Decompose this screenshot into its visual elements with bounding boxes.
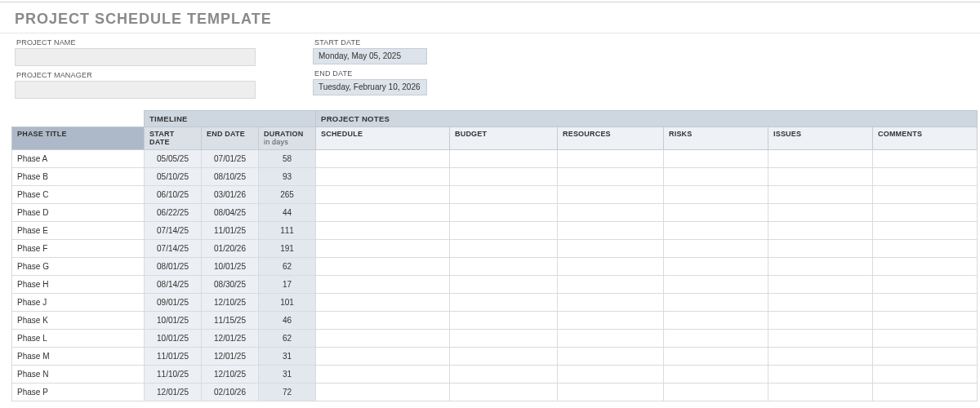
table-row[interactable]: Phase L10/01/2512/01/2562 (12, 330, 978, 348)
table-row[interactable]: Phase P12/01/2502/10/2672 (12, 384, 978, 401)
cell-risks[interactable] (664, 240, 768, 258)
cell-risks[interactable] (664, 204, 768, 222)
cell-start[interactable]: 07/14/25 (145, 240, 202, 258)
cell-resources[interactable] (558, 312, 664, 330)
cell-budget[interactable] (450, 294, 558, 312)
cell-schedule[interactable] (316, 150, 450, 168)
cell-start[interactable]: 08/14/25 (145, 276, 202, 294)
project-manager-input[interactable] (15, 81, 256, 99)
cell-comments[interactable] (873, 258, 978, 276)
cell-end[interactable]: 11/01/25 (202, 222, 259, 240)
cell-duration[interactable]: 111 (259, 222, 316, 240)
cell-duration[interactable]: 191 (259, 240, 316, 258)
cell-budget[interactable] (450, 366, 558, 384)
cell-duration[interactable]: 93 (259, 168, 316, 186)
cell-risks[interactable] (664, 312, 768, 330)
cell-phase[interactable]: Phase C (12, 186, 145, 204)
cell-phase[interactable]: Phase N (12, 366, 145, 384)
cell-phase[interactable]: Phase L (12, 330, 145, 348)
cell-budget[interactable] (450, 258, 558, 276)
table-row[interactable]: Phase J09/01/2512/10/25101 (12, 294, 978, 312)
cell-risks[interactable] (664, 258, 768, 276)
table-row[interactable]: Phase K10/01/2511/15/2546 (12, 312, 978, 330)
cell-resources[interactable] (558, 258, 664, 276)
cell-schedule[interactable] (316, 168, 450, 186)
cell-issues[interactable] (768, 204, 873, 222)
project-name-input[interactable] (15, 48, 256, 66)
cell-comments[interactable] (873, 150, 978, 168)
table-row[interactable]: Phase H08/14/2508/30/2517 (12, 276, 978, 294)
cell-budget[interactable] (450, 240, 558, 258)
cell-start[interactable]: 10/01/25 (145, 330, 202, 348)
cell-phase[interactable]: Phase M (12, 348, 145, 366)
cell-budget[interactable] (450, 330, 558, 348)
cell-budget[interactable] (450, 222, 558, 240)
cell-resources[interactable] (558, 150, 664, 168)
cell-schedule[interactable] (316, 258, 450, 276)
cell-resources[interactable] (558, 186, 664, 204)
cell-end[interactable]: 02/10/26 (202, 384, 259, 401)
cell-risks[interactable] (664, 384, 768, 401)
cell-budget[interactable] (450, 204, 558, 222)
cell-start[interactable]: 10/01/25 (145, 312, 202, 330)
cell-issues[interactable] (768, 294, 873, 312)
cell-phase[interactable]: Phase J (12, 294, 145, 312)
cell-issues[interactable] (768, 168, 873, 186)
cell-resources[interactable] (558, 240, 664, 258)
cell-comments[interactable] (873, 366, 978, 384)
cell-duration[interactable]: 72 (259, 384, 316, 401)
cell-duration[interactable]: 62 (259, 330, 316, 348)
cell-budget[interactable] (450, 168, 558, 186)
end-date-value[interactable]: Tuesday, February 10, 2026 (313, 79, 427, 95)
cell-duration[interactable]: 44 (259, 204, 316, 222)
cell-duration[interactable]: 62 (259, 258, 316, 276)
start-date-value[interactable]: Monday, May 05, 2025 (313, 48, 427, 64)
cell-budget[interactable] (450, 312, 558, 330)
cell-phase[interactable]: Phase K (12, 312, 145, 330)
cell-comments[interactable] (873, 294, 978, 312)
cell-end[interactable]: 07/01/25 (202, 150, 259, 168)
cell-issues[interactable] (768, 186, 873, 204)
cell-duration[interactable]: 265 (259, 186, 316, 204)
table-row[interactable]: Phase B05/10/2508/10/2593 (12, 168, 978, 186)
table-row[interactable]: Phase A05/05/2507/01/2558 (12, 150, 978, 168)
cell-start[interactable]: 11/01/25 (145, 348, 202, 366)
cell-end[interactable]: 12/10/25 (202, 366, 259, 384)
cell-resources[interactable] (558, 222, 664, 240)
cell-phase[interactable]: Phase H (12, 276, 145, 294)
cell-phase[interactable]: Phase B (12, 168, 145, 186)
cell-duration[interactable]: 101 (259, 294, 316, 312)
cell-schedule[interactable] (316, 222, 450, 240)
cell-risks[interactable] (664, 186, 768, 204)
cell-resources[interactable] (558, 204, 664, 222)
cell-risks[interactable] (664, 168, 768, 186)
cell-issues[interactable] (768, 366, 873, 384)
cell-end[interactable]: 10/01/25 (202, 258, 259, 276)
cell-duration[interactable]: 31 (259, 366, 316, 384)
cell-budget[interactable] (450, 276, 558, 294)
cell-end[interactable]: 12/10/25 (202, 294, 259, 312)
cell-issues[interactable] (768, 150, 873, 168)
cell-phase[interactable]: Phase D (12, 204, 145, 222)
cell-budget[interactable] (450, 150, 558, 168)
cell-schedule[interactable] (316, 312, 450, 330)
cell-comments[interactable] (873, 312, 978, 330)
cell-risks[interactable] (664, 150, 768, 168)
cell-comments[interactable] (873, 330, 978, 348)
cell-schedule[interactable] (316, 240, 450, 258)
cell-end[interactable]: 12/01/25 (202, 330, 259, 348)
cell-schedule[interactable] (316, 294, 450, 312)
cell-comments[interactable] (873, 240, 978, 258)
cell-schedule[interactable] (316, 330, 450, 348)
cell-duration[interactable]: 31 (259, 348, 316, 366)
cell-issues[interactable] (768, 330, 873, 348)
cell-comments[interactable] (873, 222, 978, 240)
cell-comments[interactable] (873, 276, 978, 294)
cell-start[interactable]: 05/10/25 (145, 168, 202, 186)
cell-schedule[interactable] (316, 384, 450, 401)
cell-end[interactable]: 08/30/25 (202, 276, 259, 294)
cell-issues[interactable] (768, 258, 873, 276)
cell-start[interactable]: 11/10/25 (145, 366, 202, 384)
cell-resources[interactable] (558, 330, 664, 348)
cell-resources[interactable] (558, 366, 664, 384)
